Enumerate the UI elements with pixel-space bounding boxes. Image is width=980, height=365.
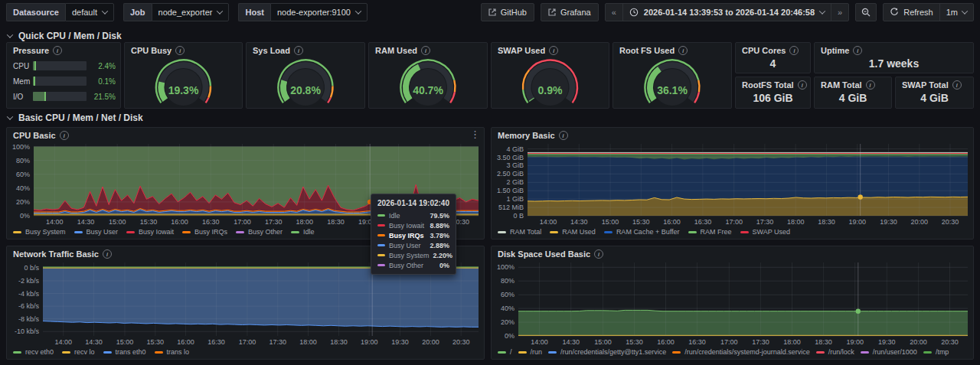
refresh-interval-select[interactable]: 1m xyxy=(939,4,973,21)
legend-item[interactable]: Busy IRQs xyxy=(182,228,227,236)
panel-title[interactable]: Root FS Usedi xyxy=(619,46,688,55)
time-picker-group: « 2026-01-14 13:39:53 to 2026-01-14 20:4… xyxy=(605,3,849,21)
legend-item[interactable]: /tmp xyxy=(923,348,949,356)
toolbar-actions: GitHub Grafana « 2026-01-14 13:39:53 to … xyxy=(481,3,974,21)
legend-item[interactable]: Busy User xyxy=(74,228,119,236)
info-icon[interactable]: i xyxy=(175,46,185,55)
tooltip-rows: Idle79.5%Busy Iowait8.88%Busy IRQs3.78%B… xyxy=(371,210,456,270)
pressure-value: 2.4% xyxy=(87,62,116,70)
info-icon[interactable]: i xyxy=(952,80,962,90)
panel-title[interactable]: SWAP Usedi xyxy=(498,46,558,55)
section-basic[interactable]: Basic CPU / Mem / Net / Disk xyxy=(8,112,143,123)
legend-item[interactable]: RAM Total xyxy=(498,228,541,236)
svg-text:100%: 100% xyxy=(497,263,514,271)
legend-item[interactable]: /run xyxy=(518,348,543,356)
panel-title[interactable]: Sys Loadi xyxy=(253,46,303,55)
disk-basic-chart[interactable]: 100%80%60%40%20%0%14:0014:3015:0015:3016… xyxy=(492,262,974,347)
info-icon[interactable]: i xyxy=(789,46,799,55)
legend-item[interactable]: Busy System xyxy=(13,228,66,236)
panel-title[interactable]: Memory Basici xyxy=(498,131,568,140)
info-icon[interactable]: i xyxy=(559,131,568,140)
panel-title[interactable]: RAM Usedi xyxy=(375,46,430,55)
svg-text:17:00: 17:00 xyxy=(720,338,738,346)
variable-host-select[interactable]: node-exporter:9100 xyxy=(270,3,368,21)
svg-text:20:00: 20:00 xyxy=(422,338,439,346)
legend-item[interactable]: SWAP Used xyxy=(740,228,791,236)
panel-title[interactable]: Disk Space Used Basici xyxy=(498,249,603,259)
stat-value: 4 xyxy=(736,57,810,70)
svg-text:14:30: 14:30 xyxy=(570,218,588,226)
external-link-icon xyxy=(548,8,556,16)
svg-text:80%: 80% xyxy=(16,157,30,165)
memory-basic-chart[interactable]: 4 GiB3.50 GiB3 GiB2.50 GiB2 GiB1.50 GiB1… xyxy=(492,144,974,226)
info-icon[interactable]: i xyxy=(678,46,688,55)
chart-tooltip: 2026-01-14 19:02:40 Idle79.5%Busy Iowait… xyxy=(371,194,456,275)
panel-title[interactable]: Uptimei xyxy=(821,46,862,55)
panel-title[interactable]: RAM Totali xyxy=(821,80,875,90)
info-icon[interactable]: i xyxy=(866,80,875,90)
panel-title[interactable]: SWAP Totali xyxy=(902,80,962,90)
chevron-down-icon xyxy=(819,8,825,14)
zoom-out-button[interactable] xyxy=(855,3,877,21)
info-icon[interactable]: i xyxy=(594,249,603,259)
svg-text:18:00: 18:00 xyxy=(783,338,801,346)
svg-text:16:30: 16:30 xyxy=(688,338,706,346)
panel-menu-icon[interactable]: ⋮ xyxy=(470,129,480,140)
time-range-picker[interactable]: 2026-01-14 13:39:53 to 2026-01-14 20:46:… xyxy=(622,4,831,21)
svg-text:0%: 0% xyxy=(505,332,514,340)
refresh-button[interactable]: Refresh xyxy=(884,4,939,21)
gauge-canvas: 20.8% xyxy=(247,57,364,107)
info-icon[interactable]: i xyxy=(421,46,430,55)
info-icon[interactable]: i xyxy=(103,249,112,259)
legend-item[interactable]: recv eth0 xyxy=(13,348,54,356)
legend-item[interactable]: /run/user/1000 xyxy=(861,348,917,356)
legend-item[interactable]: RAM Cache + Buffer xyxy=(604,228,680,236)
external-link-icon xyxy=(488,8,496,16)
legend-item[interactable]: Busy Other xyxy=(236,228,283,236)
svg-text:14:00: 14:00 xyxy=(540,218,557,226)
legend-item[interactable]: /run/credentials/getty@tty1.service xyxy=(548,348,666,356)
info-icon[interactable]: i xyxy=(60,131,69,140)
variable-datasource-select[interactable]: default xyxy=(65,3,114,21)
legend-item[interactable]: /run/lock xyxy=(816,348,854,356)
svg-text:-6 kb/s: -6 kb/s xyxy=(18,302,40,310)
legend-item[interactable]: Busy Iowait xyxy=(126,228,174,236)
panel-title[interactable]: CPU Coresi xyxy=(742,46,799,55)
info-icon[interactable]: i xyxy=(294,46,303,55)
stat-value: 106 GiB xyxy=(736,92,810,104)
legend-item[interactable]: / xyxy=(498,348,512,356)
legend-item[interactable]: trans lo xyxy=(155,348,190,356)
panel-title[interactable]: CPU Busyi xyxy=(131,46,185,55)
github-link-button[interactable]: GitHub xyxy=(481,3,534,21)
panel-title[interactable]: CPU Basici xyxy=(13,131,69,140)
section-quick[interactable]: Quick CPU / Mem / Disk xyxy=(8,31,122,41)
info-icon[interactable]: i xyxy=(853,46,862,55)
svg-text:15:00: 15:00 xyxy=(116,338,134,346)
panel-title[interactable]: Network Traffic Basici xyxy=(13,249,112,259)
info-icon[interactable]: i xyxy=(549,46,558,55)
variable-job-select[interactable]: node_exporter xyxy=(152,3,230,21)
legend-item[interactable]: recv lo xyxy=(62,348,95,356)
svg-text:0%: 0% xyxy=(20,212,30,220)
legend-item[interactable]: RAM Used xyxy=(550,228,596,236)
time-shift-forward-button[interactable]: » xyxy=(831,4,848,21)
time-shift-back-button[interactable]: « xyxy=(606,4,622,21)
grafana-link-button[interactable]: Grafana xyxy=(541,3,599,21)
legend-item[interactable]: RAM Free xyxy=(688,228,732,236)
svg-text:19:00: 19:00 xyxy=(846,338,864,346)
panel-title[interactable]: RootFS Totali xyxy=(742,80,807,90)
legend-item[interactable]: /run/credentials/systemd-journald.servic… xyxy=(672,348,810,356)
svg-text:36.1%: 36.1% xyxy=(657,84,688,96)
info-icon[interactable]: i xyxy=(53,46,62,55)
legend-item[interactable]: Idle xyxy=(291,228,315,236)
tooltip-row: Busy IRQs3.78% xyxy=(371,230,456,240)
svg-text:3 GiB: 3 GiB xyxy=(506,161,524,169)
panel-title[interactable]: Pressurei xyxy=(13,46,62,55)
network-basic-chart[interactable]: 0 b/s-2 kb/s-4 kb/s-6 kb/s-8 kb/s-10 kb/… xyxy=(8,262,485,347)
collapse-chevron-icon xyxy=(7,31,13,37)
svg-text:17:30: 17:30 xyxy=(752,338,769,346)
network-basic-legend: recv eth0recv lotrans eth0trans lo xyxy=(13,347,481,357)
info-icon[interactable]: i xyxy=(798,80,807,90)
legend-item[interactable]: trans eth0 xyxy=(103,348,146,356)
clock-icon xyxy=(629,8,639,17)
